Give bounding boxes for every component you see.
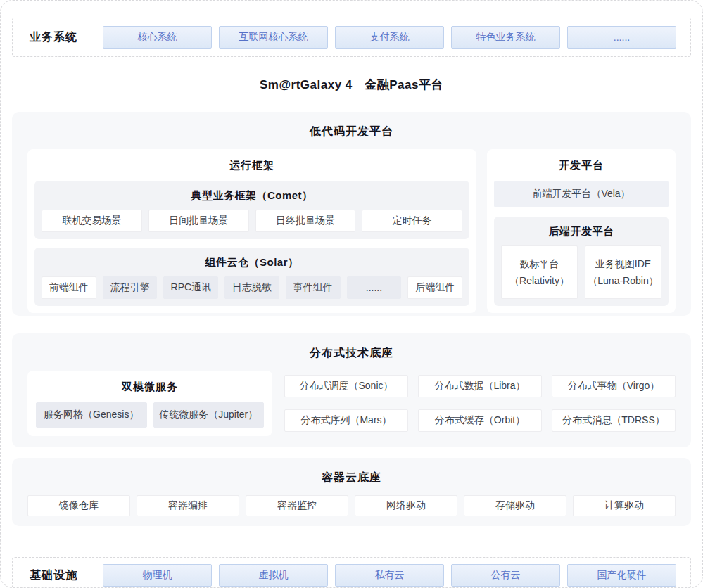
- backend-dev-tool-codename: （Relativity）: [509, 272, 569, 289]
- infrastructure-node: 国产化硬件: [567, 564, 676, 587]
- business-scene-node: 日间批量场景: [148, 210, 249, 232]
- component-node: 日志脱敏: [224, 276, 279, 299]
- business-scene-node: 日终批量场景: [255, 210, 356, 232]
- infrastructure-list: 物理机 虚拟机 私有云 公有云 国产化硬件: [103, 564, 676, 587]
- backend-dev-tool-codename: （Luna-Robin）: [588, 272, 658, 289]
- business-scene-node: 联机交易场景: [42, 210, 142, 232]
- infrastructure-node: 物理机: [103, 564, 212, 587]
- backend-dev-tool-node: 数标平台 （Relativity）: [501, 245, 578, 299]
- component-cloud-list: 前端组件 流程引擎 RPC通讯 日志脱敏 事件组件: [42, 276, 462, 299]
- container-capability-node: 容器编排: [137, 495, 239, 516]
- container-base-title: 容器云底座: [27, 471, 676, 485]
- business-systems-list: 核心系统 互联网核心系统 支付系统 特色业务系统 ......: [103, 26, 676, 49]
- infrastructure-row: 基础设施 物理机 虚拟机 私有云 公有云 国产化硬件: [12, 557, 691, 588]
- business-system-node: 核心系统: [103, 26, 212, 49]
- container-capability-node: 网络驱动: [355, 495, 457, 516]
- container-capability-node: 计算驱动: [573, 495, 676, 516]
- low-code-platform-title: 低代码开发平台: [27, 124, 676, 139]
- frontend-component-node: 前端组件: [42, 276, 96, 299]
- infrastructure-node: 公有云: [451, 564, 560, 587]
- frontend-dev-platform-node: 前端开发平台（Vela）: [494, 181, 669, 207]
- container-capability-node: 容器监控: [246, 495, 348, 516]
- backend-dev-platform-title: 后端开发平台: [501, 225, 661, 238]
- typical-business-framework-list: 联机交易场景 日间批量场景 日终批量场景 定时任务: [42, 210, 462, 232]
- distributed-service-node: 分布式缓存（Orbit）: [418, 409, 542, 432]
- distributed-service-node: 分布式数据（Libra）: [418, 375, 542, 397]
- distributed-service-node: 分布式消息（TDRSS）: [552, 409, 676, 432]
- page-title: Sm@rtGalaxy 4 金融Paas平台: [12, 57, 691, 112]
- infrastructure-label: 基础设施: [30, 568, 77, 583]
- distributed-base-section: 分布式技术底座 双模微服务 服务网格（Genesis） 传统微服务（Jupite…: [12, 333, 691, 447]
- container-capability-node: 镜像仓库: [27, 495, 130, 516]
- runtime-framework-title: 运行框架: [34, 159, 469, 172]
- typical-business-framework-box: 典型业务框架（Comet） 联机交易场景 日间批量场景 日终批量场景 定时任务: [34, 181, 469, 239]
- distributed-service-node: 分布式事物（Virgo）: [552, 375, 676, 397]
- component-node: 流程引擎: [103, 276, 158, 299]
- dual-mode-microservices-title: 双模微服务: [36, 381, 264, 394]
- component-node: 事件组件: [286, 276, 341, 299]
- distributed-service-node: 分布式调度（Sonic）: [284, 375, 408, 397]
- container-base-section: 容器云底座 镜像仓库 容器编排 容器监控 网络驱动 存储驱动 计算驱动: [12, 458, 691, 526]
- dual-mode-microservices-box: 双模微服务 服务网格（Genesis） 传统微服务（Jupiter）: [27, 371, 272, 436]
- backend-component-node: 后端组件: [407, 276, 462, 299]
- low-code-platform-section: 低代码开发平台 运行框架 典型业务框架（Comet） 联机交易场景 日间批量场景…: [12, 112, 691, 316]
- low-code-platform-body: 运行框架 典型业务框架（Comet） 联机交易场景 日间批量场景 日终批量场景 …: [27, 149, 676, 313]
- business-system-node: ......: [567, 26, 676, 49]
- container-base-list: 镜像仓库 容器编排 容器监控 网络驱动 存储驱动 计算驱动: [27, 495, 676, 516]
- distributed-base-body: 双模微服务 服务网格（Genesis） 传统微服务（Jupiter） 分布式调度…: [27, 371, 676, 436]
- business-system-node: 互联网核心系统: [219, 26, 328, 49]
- component-node: ......: [347, 276, 402, 299]
- distributed-services-grid: 分布式调度（Sonic） 分布式数据（Libra） 分布式事物（Virgo） 分…: [284, 371, 676, 436]
- business-system-node: 特色业务系统: [451, 26, 560, 49]
- microservice-node: 传统微服务（Jupiter）: [153, 402, 265, 428]
- component-cloud-box: 组件云仓（Solar） 前端组件 流程引擎 RPC通讯 日志脱敏: [34, 248, 469, 306]
- backend-dev-tool-node: 业务视图IDE （Luna-Robin）: [585, 245, 661, 299]
- infrastructure-node: 虚拟机: [219, 564, 328, 587]
- distributed-service-node: 分布式序列（Mars）: [284, 409, 408, 432]
- business-systems-row: 业务系统 核心系统 互联网核心系统 支付系统 特色业务系统 ......: [12, 18, 691, 57]
- infrastructure-node: 私有云: [335, 564, 444, 587]
- distributed-base-title: 分布式技术底座: [27, 346, 676, 361]
- dual-mode-microservices-list: 服务网格（Genesis） 传统微服务（Jupiter）: [36, 402, 264, 428]
- business-scene-node: 定时任务: [362, 210, 462, 232]
- typical-business-framework-title: 典型业务框架（Comet）: [42, 189, 462, 203]
- microservice-node: 服务网格（Genesis）: [36, 402, 147, 428]
- dev-platform-title: 开发平台: [494, 159, 669, 172]
- business-systems-label: 业务系统: [30, 30, 77, 45]
- dev-platform-box: 开发平台 前端开发平台（Vela） 后端开发平台 数标平台 （Relativit…: [487, 149, 676, 313]
- component-cloud-title: 组件云仓（Solar）: [42, 256, 462, 269]
- container-capability-node: 存储驱动: [464, 495, 566, 516]
- backend-dev-platform-list: 数标平台 （Relativity） 业务视图IDE （Luna-Robin）: [501, 245, 661, 299]
- runtime-framework-box: 运行框架 典型业务框架（Comet） 联机交易场景 日间批量场景 日终批量场景 …: [27, 149, 476, 313]
- component-node: RPC通讯: [163, 276, 218, 299]
- backend-dev-tool-name: 业务视图IDE: [595, 255, 651, 272]
- architecture-diagram: 业务系统 核心系统 互联网核心系统 支付系统 特色业务系统 ...... Sm@…: [0, 0, 703, 588]
- backend-dev-platform-box: 后端开发平台 数标平台 （Relativity） 业务视图IDE （Luna-R…: [494, 217, 669, 306]
- backend-dev-tool-name: 数标平台: [520, 255, 559, 272]
- business-system-node: 支付系统: [335, 26, 444, 49]
